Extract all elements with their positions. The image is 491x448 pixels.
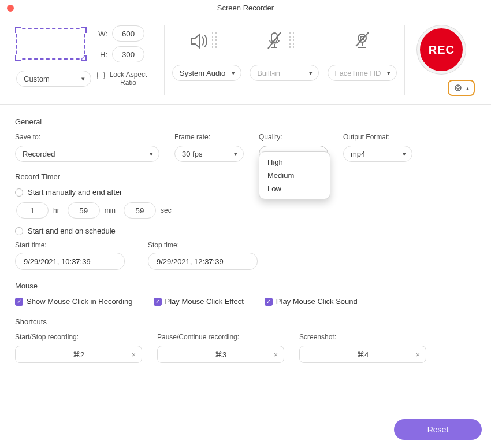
start-time-label: Start time:	[15, 241, 125, 249]
reset-button[interactable]: Reset	[394, 419, 482, 440]
frame-rate-label: Frame rate:	[174, 133, 244, 141]
chevron-down-icon: ▾	[232, 69, 235, 77]
seconds-input[interactable]	[124, 202, 156, 219]
timer-schedule-radio[interactable]: Start and end on schedule	[15, 227, 476, 235]
lock-aspect-checkbox[interactable]: Lock Aspect Ratio	[97, 71, 148, 87]
camera-select[interactable]: FaceTime HD▾	[328, 65, 397, 81]
region-mode-select[interactable]: Custom▾	[16, 71, 91, 87]
chevron-down-icon: ▾	[150, 150, 153, 158]
timer-manual-radio[interactable]: Start manually and end after	[15, 188, 476, 197]
quality-option-medium[interactable]: Medium	[259, 169, 330, 182]
screenshot-shortcut-input[interactable]: ⌘4×	[299, 346, 426, 363]
audio-source-select[interactable]: System Audio▾	[172, 65, 241, 81]
capture-region-icon[interactable]: ⤢	[16, 28, 85, 60]
mouse-heading: Mouse	[15, 282, 476, 290]
microphone-off-icon	[267, 25, 302, 57]
play-mouse-sound-checkbox[interactable]: ✓Play Mouse Click Sound	[265, 297, 358, 306]
checkbox-checked-icon: ✓	[15, 298, 23, 306]
clear-icon[interactable]: ×	[273, 350, 278, 359]
output-format-label: Output Format:	[343, 133, 412, 141]
general-heading: General	[15, 117, 476, 126]
play-mouse-effect-checkbox[interactable]: ✓Play Mouse Click Effect	[154, 297, 244, 306]
speaker-icon	[189, 25, 224, 57]
radio-icon	[15, 188, 23, 197]
screenshot-shortcut-label: Screenshot:	[299, 333, 426, 341]
svg-point-9	[455, 85, 461, 91]
startstop-shortcut-label: Start/Stop recording:	[15, 333, 142, 341]
settings-toggle-button[interactable]: ▴	[448, 80, 475, 96]
shortcuts-heading: Shortcuts	[15, 317, 476, 326]
chevron-up-icon: ▴	[466, 85, 469, 91]
microphone-select[interactable]: Built-in▾	[250, 65, 319, 81]
gear-icon	[453, 83, 463, 92]
pause-shortcut-label: Pause/Continue recording:	[157, 333, 284, 341]
save-to-select[interactable]: Recorded▾	[15, 146, 159, 162]
height-input[interactable]	[112, 46, 144, 62]
svg-point-10	[457, 87, 459, 89]
save-to-label: Save to:	[15, 133, 159, 141]
checkbox-checked-icon: ✓	[154, 298, 162, 306]
chevron-down-icon: ▾	[387, 69, 390, 77]
show-mouse-click-checkbox[interactable]: ✓Show Mouse Click in Recording	[15, 297, 133, 306]
checkbox-checked-icon: ✓	[265, 298, 273, 306]
hours-input[interactable]	[16, 202, 49, 219]
minutes-input[interactable]	[68, 202, 100, 219]
camera-off-icon	[352, 25, 372, 57]
width-input[interactable]	[112, 25, 144, 42]
stop-time-label: Stop time:	[148, 241, 258, 249]
quality-dropdown: High Medium Low	[259, 151, 330, 199]
quality-label: Quality:	[259, 133, 328, 141]
chevron-down-icon: ▾	[309, 69, 313, 77]
pause-shortcut-input[interactable]: ⌘3×	[157, 346, 284, 363]
chevron-down-icon: ▾	[403, 150, 406, 158]
clear-icon[interactable]: ×	[131, 350, 136, 359]
radio-icon	[15, 227, 23, 235]
timer-heading: Record Timer	[15, 172, 476, 181]
quality-option-high[interactable]: High	[259, 155, 330, 169]
quality-option-low[interactable]: Low	[259, 182, 330, 195]
chevron-down-icon: ▾	[234, 150, 237, 158]
window-title: Screen Recorder	[0, 3, 491, 12]
stop-time-input[interactable]	[148, 253, 258, 270]
record-button[interactable]: REC	[417, 25, 466, 74]
chevron-down-icon: ▾	[81, 75, 85, 83]
startstop-shortcut-input[interactable]: ⌘2×	[15, 346, 142, 363]
frame-rate-select[interactable]: 30 fps▾	[174, 146, 244, 162]
start-time-input[interactable]	[15, 253, 125, 270]
output-format-select[interactable]: mp4▾	[343, 146, 412, 162]
width-label: W:	[96, 29, 107, 38]
clear-icon[interactable]: ×	[415, 350, 420, 359]
height-label: H:	[96, 50, 107, 59]
